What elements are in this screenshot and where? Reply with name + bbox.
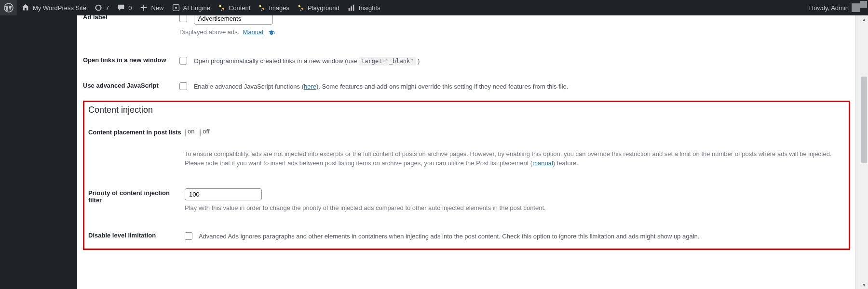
scroll-thumb[interactable] xyxy=(861,77,867,163)
admin-menu-sidebar[interactable] xyxy=(0,15,77,289)
vertical-scrollbar[interactable]: ▲ ▼ xyxy=(860,15,868,289)
images-menu[interactable]: Images xyxy=(254,0,293,15)
content-injection-section: Content injection Content placement in p… xyxy=(83,101,850,250)
insights-label: Insights xyxy=(359,4,380,12)
screen-options-toggle[interactable] xyxy=(860,1,867,8)
adv-js-text-after: ). Some features and add-ons might overr… xyxy=(316,83,568,90)
placement-off-label: off xyxy=(203,128,209,135)
svg-rect-4 xyxy=(351,6,352,11)
home-icon xyxy=(21,3,30,12)
placement-heading: Content placement in post lists xyxy=(88,128,185,136)
my-account-menu[interactable]: Howdy, Admin xyxy=(805,0,864,15)
ai-engine-label: AI Engine xyxy=(183,4,210,12)
placement-off-radio[interactable] xyxy=(200,129,201,137)
playground-label: Playground xyxy=(308,4,339,12)
scroll-down-arrow[interactable]: ▼ xyxy=(860,281,868,289)
placement-desc-after: ) feature. xyxy=(553,159,578,167)
adv-js-checkbox[interactable] xyxy=(179,82,187,90)
priority-input[interactable] xyxy=(185,188,262,200)
open-links-text-before: Open programmatically created links in a… xyxy=(194,57,359,65)
svg-point-0 xyxy=(4,3,13,12)
ad-label-text-input[interactable] xyxy=(194,15,273,25)
site-name-menu[interactable]: My WordPress Site xyxy=(17,0,90,15)
images-label: Images xyxy=(269,4,289,12)
insights-menu[interactable]: Insights xyxy=(343,0,384,15)
adv-js-here-link[interactable]: here xyxy=(304,83,316,90)
content-label: Content xyxy=(229,4,251,12)
scroll-track[interactable] xyxy=(860,24,868,281)
disable-level-checkbox[interactable] xyxy=(185,232,192,240)
comment-icon xyxy=(117,3,125,12)
ad-label-enable-checkbox[interactable] xyxy=(179,15,187,22)
ad-label-desc: Displayed above ads. xyxy=(179,28,239,36)
svg-rect-5 xyxy=(353,5,354,11)
admin-bar: My WordPress Site 7 0 New AI Engine Cont… xyxy=(0,0,868,15)
comments-menu[interactable]: 0 xyxy=(113,0,136,15)
wp-logo[interactable] xyxy=(0,0,17,15)
ai-engine-icon xyxy=(172,3,180,12)
avatar xyxy=(852,3,860,12)
adv-js-text-before: Enable advanced JavaScript functions ( xyxy=(194,83,304,90)
settings-panel: Ad label Displayed above ads. Manual Ope… xyxy=(77,15,855,289)
open-links-code: target="_blank" xyxy=(359,57,416,66)
sparkle-icon xyxy=(218,4,226,12)
adv-js-heading: Use advanced JavaScript xyxy=(83,81,179,89)
ad-label-heading: Ad label xyxy=(83,15,179,21)
placement-on-label: on xyxy=(188,128,194,135)
svg-rect-2 xyxy=(175,7,177,9)
new-content-menu[interactable]: New xyxy=(136,0,167,15)
placement-manual-link[interactable]: manual xyxy=(532,159,553,167)
ad-label-manual-link[interactable]: Manual xyxy=(243,28,264,36)
comments-count: 0 xyxy=(128,4,132,12)
priority-heading: Priority of content injection filter xyxy=(88,188,185,204)
howdy-label: Howdy, Admin xyxy=(809,4,849,12)
priority-desc: Play with this value in order to change … xyxy=(185,203,845,213)
new-label: New xyxy=(151,4,163,12)
wordpress-icon xyxy=(4,3,14,13)
update-icon xyxy=(94,3,103,12)
sparkle-icon xyxy=(258,4,266,12)
plus-icon xyxy=(139,3,148,12)
playground-menu[interactable]: Playground xyxy=(293,0,343,15)
open-links-text-after: ) xyxy=(416,57,420,65)
open-links-heading: Open links in a new window xyxy=(83,55,179,64)
ai-engine-menu[interactable]: AI Engine xyxy=(168,0,214,15)
content-menu[interactable]: Content xyxy=(214,0,255,15)
updates-menu[interactable]: 7 xyxy=(90,0,113,15)
chart-icon xyxy=(347,3,356,12)
graduation-cap-icon xyxy=(268,29,275,36)
open-links-checkbox[interactable] xyxy=(179,57,187,65)
disable-level-heading: Disable level limitation xyxy=(88,231,185,239)
disable-level-desc: Advanced Ads ignores paragraphs and othe… xyxy=(199,233,699,240)
placement-on-radio[interactable] xyxy=(185,129,186,137)
placement-desc-before: To ensure compatibility, ads are not inj… xyxy=(185,150,832,167)
scroll-up-arrow[interactable]: ▲ xyxy=(860,15,868,24)
site-name-label: My WordPress Site xyxy=(33,4,86,12)
updates-count: 7 xyxy=(106,4,109,12)
svg-rect-3 xyxy=(349,8,350,11)
sparkle-icon xyxy=(297,4,305,12)
content-injection-heading: Content injection xyxy=(88,103,845,116)
